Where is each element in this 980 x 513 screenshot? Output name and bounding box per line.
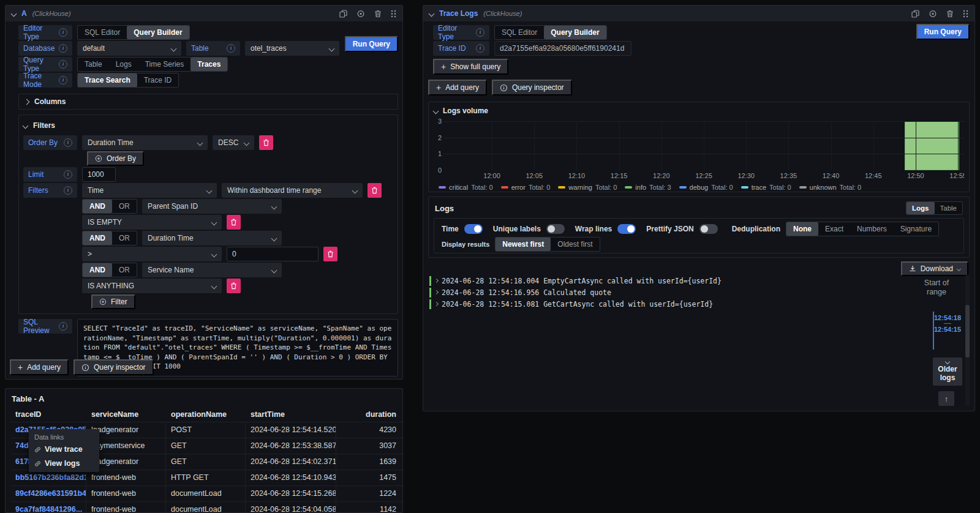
delete-query-icon[interactable] — [374, 10, 382, 18]
older-logs-button[interactable]: Older logs — [933, 358, 962, 386]
cell-traceid[interactable]: 9ca7faf84841296... — [10, 502, 86, 513]
legend-item-debug[interactable]: debugTotal: 0 — [679, 184, 733, 191]
query-type-traces[interactable]: Traces — [190, 58, 227, 71]
expand-chevron-icon[interactable] — [434, 302, 439, 306]
add-query-button[interactable]: +Add query — [428, 80, 487, 95]
sql-editor-option[interactable]: SQL Editor — [495, 26, 544, 39]
filters-section-header[interactable]: Filters — [23, 119, 393, 132]
prettify-json-toggle[interactable] — [699, 224, 718, 234]
col-servicename[interactable]: serviceName — [86, 407, 166, 422]
cell-traceid[interactable]: bb5167b236bfa82d1... — [10, 470, 86, 485]
remove-filter-button[interactable] — [227, 215, 241, 230]
info-logs-bar[interactable] — [905, 121, 959, 170]
trace-id-input[interactable]: d2a7155ef6a928a05680e5ff6190241d — [494, 41, 631, 56]
hide-response-eye-icon[interactable] — [356, 10, 365, 18]
trace-logs-header[interactable]: Trace Logs (ClickHouse) — [423, 6, 974, 21]
view-logs-menu-item[interactable]: View logs — [34, 459, 94, 468]
log-line[interactable]: 2024-06-28 12:54:16.956 Calculated quote — [429, 286, 722, 298]
info-icon[interactable]: i — [64, 138, 72, 147]
log-line[interactable]: 2024-06-28 12:54:18.004 EmptyCartAsync c… — [429, 275, 722, 286]
dedup-numbers[interactable]: Numbers — [850, 222, 894, 236]
col-starttime[interactable]: startTime — [246, 407, 336, 422]
info-icon[interactable]: i — [476, 28, 484, 37]
collapse-chevron-icon[interactable] — [429, 10, 435, 17]
query-type-logs[interactable]: Logs — [109, 58, 138, 71]
download-logs-button[interactable]: Download — [901, 261, 968, 276]
filter-operator-select[interactable]: IS EMPTY — [82, 215, 222, 230]
wrap-lines-toggle[interactable] — [617, 224, 636, 234]
order-by-field-select[interactable]: Duration Time — [82, 135, 208, 150]
dedup-none[interactable]: None — [786, 222, 818, 236]
filter-operator-select[interactable]: IS ANYTHING — [82, 279, 222, 293]
scrollbar-thumb[interactable] — [965, 305, 970, 358]
info-icon[interactable]: i — [64, 170, 72, 179]
legend-item-error[interactable]: errorTotal: 0 — [501, 184, 551, 191]
table-a-title[interactable]: Table - A — [6, 389, 402, 407]
duplicate-query-icon[interactable] — [339, 10, 347, 18]
info-icon[interactable]: i — [59, 322, 67, 331]
columns-section[interactable]: Columns — [18, 94, 398, 110]
filter-operator-select[interactable]: > — [82, 247, 222, 261]
info-icon[interactable]: i — [64, 186, 72, 195]
duplicate-query-icon[interactable] — [911, 10, 919, 18]
expand-chevron-icon[interactable] — [434, 279, 439, 283]
query-builder-option[interactable]: Query Builder — [544, 26, 606, 39]
cell-traceid[interactable]: 89cf4286e631591b4... — [10, 486, 86, 501]
table-row[interactable]: 9ca7faf84841296...frontend-webdocumentLo… — [10, 501, 402, 513]
remove-order-by-button[interactable] — [259, 135, 273, 150]
col-duration[interactable]: duration — [336, 407, 402, 422]
info-icon[interactable]: i — [476, 44, 484, 53]
oldest-first-option[interactable]: Oldest first — [551, 238, 599, 251]
chart-plot-area[interactable] — [443, 121, 964, 170]
and-option[interactable]: AND — [83, 231, 112, 245]
query-builder-option[interactable]: Query Builder — [127, 26, 189, 39]
remove-filter-button[interactable] — [323, 247, 337, 261]
scroll-to-top-button[interactable]: ↑ — [938, 391, 954, 406]
info-icon[interactable]: i — [59, 44, 67, 53]
database-select[interactable]: default — [77, 41, 181, 56]
run-query-button[interactable]: Run Query — [345, 36, 398, 52]
dedup-exact[interactable]: Exact — [818, 222, 850, 236]
info-icon[interactable]: i — [59, 60, 67, 69]
table-select[interactable]: otel_traces — [245, 41, 339, 56]
table-row[interactable]: 89cf4286e631591b4...frontend-webdocument… — [10, 485, 402, 501]
or-option[interactable]: OR — [112, 263, 137, 277]
collapse-chevron-icon[interactable] — [23, 122, 29, 129]
expand-chevron-icon[interactable] — [24, 99, 30, 105]
logs-view-option[interactable]: Logs — [907, 202, 934, 214]
query-type-table[interactable]: Table — [78, 58, 109, 71]
unique-labels-toggle[interactable] — [546, 224, 565, 234]
delete-query-icon[interactable] — [946, 10, 954, 18]
query-inspector-button[interactable]: Query inspector — [74, 359, 154, 375]
run-query-button[interactable]: Run Query — [916, 24, 970, 40]
remove-filter-button[interactable] — [368, 183, 382, 198]
newest-first-option[interactable]: Newest first — [496, 238, 551, 251]
filter-value-select[interactable]: Within dashboard time range — [222, 183, 363, 198]
trace-id-option[interactable]: Trace ID — [137, 73, 179, 87]
collapse-chevron-icon[interactable] — [433, 108, 439, 114]
filter-field-select[interactable]: Parent Span ID — [142, 199, 282, 214]
info-icon[interactable]: i — [59, 76, 67, 84]
legend-item-trace[interactable]: traceTotal: 0 — [741, 184, 791, 191]
legend-item-critical[interactable]: criticalTotal: 0 — [439, 184, 493, 191]
expand-chevron-icon[interactable] — [434, 290, 439, 294]
query-panel-a-header[interactable]: A (ClickHouse) — [6, 6, 402, 21]
and-option[interactable]: AND — [83, 263, 112, 277]
order-by-dir-select[interactable]: DESC — [213, 135, 254, 150]
legend-item-unknown[interactable]: unknownTotal: 0 — [799, 184, 862, 191]
trace-search-option[interactable]: Trace Search — [78, 73, 137, 87]
dedup-signature[interactable]: Signature — [894, 222, 938, 236]
time-toggle[interactable] — [464, 224, 483, 234]
add-filter-button[interactable]: Filter — [91, 294, 135, 309]
or-option[interactable]: OR — [112, 231, 137, 245]
or-option[interactable]: OR — [112, 200, 137, 213]
log-line[interactable]: 2024-06-28 12:54:15.081 GetCartAsync cal… — [429, 298, 722, 310]
info-icon[interactable]: i — [227, 44, 235, 53]
limit-input[interactable]: 1000 — [82, 167, 116, 182]
logs-scrollbar[interactable] — [965, 275, 970, 406]
log-navigation-range[interactable]: 12:54:18 12:54:15 — [933, 312, 961, 350]
collapse-chevron-icon[interactable] — [11, 10, 17, 17]
query-type-timeseries[interactable]: Time Series — [138, 58, 191, 71]
view-trace-menu-item[interactable]: View trace — [34, 445, 94, 454]
add-query-button[interactable]: +Add query — [10, 359, 69, 375]
